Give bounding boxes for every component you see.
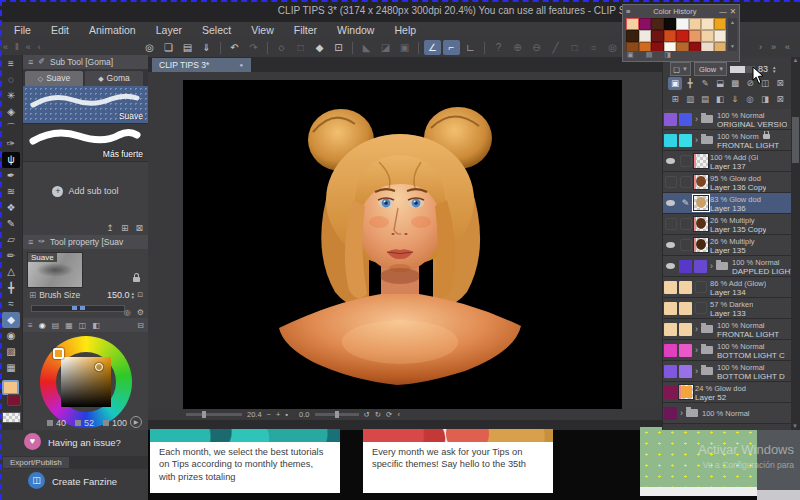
- expand-icon[interactable]: ›: [759, 38, 762, 57]
- add-sub-tool-button[interactable]: +Add sub tool: [23, 186, 148, 197]
- curve-tool[interactable]: ⌒: [2, 120, 20, 136]
- having-an-issue-link[interactable]: Having an issue?: [48, 437, 121, 448]
- expand-arrow-icon[interactable]: ›: [693, 114, 700, 124]
- brush-size-stepper[interactable]: ▴▾: [132, 291, 135, 299]
- fill-icon[interactable]: ◆: [311, 40, 328, 55]
- color-history-header[interactable]: ≡ Color History — ✕: [623, 5, 739, 17]
- redo-icon[interactable]: ↷: [245, 40, 262, 55]
- history-swatch[interactable]: [639, 30, 652, 42]
- rectangle-icon[interactable]: □: [566, 40, 583, 55]
- back-icon[interactable]: «: [785, 38, 790, 57]
- open-file-icon[interactable]: ▤: [179, 40, 196, 55]
- canvas-document[interactable]: [183, 80, 622, 420]
- register-color-icon[interactable]: ◨: [664, 51, 671, 59]
- liquify-tool[interactable]: ≈: [2, 296, 20, 312]
- intermediate-color-tab[interactable]: ◫: [79, 321, 87, 330]
- menu-select[interactable]: Select: [192, 22, 241, 38]
- history-swatch[interactable]: [664, 18, 677, 30]
- saturation-value-square[interactable]: [61, 357, 111, 407]
- zoom-out-button[interactable]: −: [267, 410, 271, 419]
- history-swatch[interactable]: [676, 30, 689, 42]
- panel-menu-icon[interactable]: ≡: [626, 7, 630, 16]
- sub-tool-tab-suave[interactable]: ◇Suave: [25, 71, 83, 86]
- history-swatch[interactable]: [626, 30, 639, 42]
- layer-row[interactable]: ›100 % NormFRONTAL LIGHT: [663, 130, 792, 151]
- layer-row[interactable]: ›100 % NormalBOTTOM LIGHT C: [663, 340, 792, 361]
- zoom-in-icon[interactable]: ⊕: [509, 40, 526, 55]
- menu-edit[interactable]: Edit: [41, 22, 79, 38]
- expand-arrow-icon[interactable]: ›: [678, 408, 685, 418]
- eye-visible-icon[interactable]: [666, 200, 675, 206]
- reference-layer-icon[interactable]: ⊠: [773, 77, 787, 90]
- expand-arrow-icon[interactable]: ›: [708, 261, 715, 271]
- pastel-tool[interactable]: ▱: [2, 232, 20, 248]
- eye-visible-icon[interactable]: [666, 263, 675, 269]
- gradient-icon[interactable]: ◪: [377, 40, 394, 55]
- create-sub-tool-icon[interactable]: ⊞: [121, 223, 129, 233]
- menu-file[interactable]: File: [4, 22, 41, 38]
- eraser-tool[interactable]: ◆: [2, 312, 20, 328]
- history-swatch[interactable]: [639, 18, 652, 30]
- menu-help[interactable]: Help: [384, 22, 426, 38]
- opacity-stepper[interactable]: ▴▾: [773, 65, 776, 73]
- close-icon[interactable]: ✕: [730, 7, 736, 16]
- color-set-tab[interactable]: ▦: [65, 321, 73, 330]
- decoration-tool[interactable]: ❖: [2, 200, 20, 216]
- color-mode-toggle-icon[interactable]: ▶: [130, 416, 142, 428]
- zoom-in-button[interactable]: +: [276, 410, 280, 419]
- history-swatch[interactable]: [689, 18, 702, 30]
- tips-card-2[interactable]: Every month we ask for your Tips on spec…: [363, 429, 553, 493]
- frame-border-icon[interactable]: ▣: [396, 40, 413, 55]
- menu-filter[interactable]: Filter: [284, 22, 327, 38]
- history-swatch[interactable]: [651, 42, 664, 51]
- history-swatch[interactable]: [639, 42, 652, 51]
- create-fanzine-link[interactable]: Create Fanzine: [52, 476, 117, 487]
- gradient-strip-tool[interactable]: ▨: [2, 344, 20, 360]
- processing-icon[interactable]: ◌: [273, 40, 290, 55]
- snap-to-grid-icon[interactable]: ∟: [462, 40, 479, 55]
- layer-row[interactable]: ✎83 % Glow dodLayer 136: [663, 193, 792, 214]
- menu-layer[interactable]: Layer: [146, 22, 192, 38]
- sub-tool-tab-goma[interactable]: ◆Goma: [85, 71, 143, 86]
- delete-layer-icon[interactable]: ⊠: [773, 93, 787, 106]
- color-slider-tab[interactable]: ▤: [52, 321, 60, 330]
- zoom-slider-thumb[interactable]: [202, 411, 206, 418]
- expand-icon[interactable]: ⊞: [29, 290, 36, 300]
- lock-icon[interactable]: [133, 277, 140, 282]
- color-wheel-tab[interactable]: ◉: [39, 321, 46, 330]
- eyedropper-tool[interactable]: ✑: [2, 136, 20, 152]
- history-swatch[interactable]: [664, 30, 677, 42]
- history-swatch[interactable]: [626, 18, 639, 30]
- brush-preview[interactable]: Suave: [27, 252, 83, 288]
- scroll-down-icon[interactable]: ▼: [792, 423, 798, 429]
- menu-view[interactable]: View: [241, 22, 284, 38]
- layer-scrollbar[interactable]: ▲▼: [791, 57, 800, 430]
- snap-to-special-ruler-icon[interactable]: ⌐: [443, 40, 460, 55]
- palette-menu-icon[interactable]: ≡: [2, 56, 20, 72]
- transfer-to-lower-icon[interactable]: ◧: [713, 93, 727, 106]
- tool-property-header[interactable]: ≡ ✑ Tool property [Suav: [23, 235, 148, 249]
- history-swatch[interactable]: [714, 18, 727, 30]
- layer-row[interactable]: 26 % MultiplyLayer 135: [663, 235, 792, 256]
- panel-menu-icon[interactable]: ≡: [28, 55, 33, 69]
- history-swatch[interactable]: [701, 30, 714, 42]
- panel-menu-icon[interactable]: ≡: [28, 321, 33, 330]
- menu-animation[interactable]: Animation: [79, 22, 146, 38]
- layer-row[interactable]: 24 % Glow dodLayer 52: [663, 382, 792, 403]
- wrench-icon[interactable]: ⚙: [137, 308, 144, 317]
- folder-icon[interactable]: ▤: [646, 51, 653, 59]
- collapse-status-icon[interactable]: ‹: [397, 410, 400, 419]
- history-swatch[interactable]: [701, 42, 714, 51]
- lasso-tool[interactable]: ◌: [2, 72, 20, 88]
- import-sub-tool-icon[interactable]: ↥: [106, 223, 114, 233]
- transparent-color-chip[interactable]: [2, 412, 21, 423]
- figure-tool[interactable]: △: [2, 264, 20, 280]
- expand-arrow-icon[interactable]: ›: [693, 345, 700, 355]
- csp-logo-icon[interactable]: ◎: [141, 40, 158, 55]
- dynamics-icon[interactable]: ⊡: [137, 291, 143, 299]
- operation-tool[interactable]: ╋: [2, 280, 20, 296]
- support-icon[interactable]: ♥: [24, 433, 41, 450]
- flip-horizontal-icon[interactable]: ◣: [358, 40, 375, 55]
- lock-transparent-pixels-icon[interactable]: ▩: [728, 77, 742, 90]
- layer-row[interactable]: ›100 % Normal: [663, 403, 792, 424]
